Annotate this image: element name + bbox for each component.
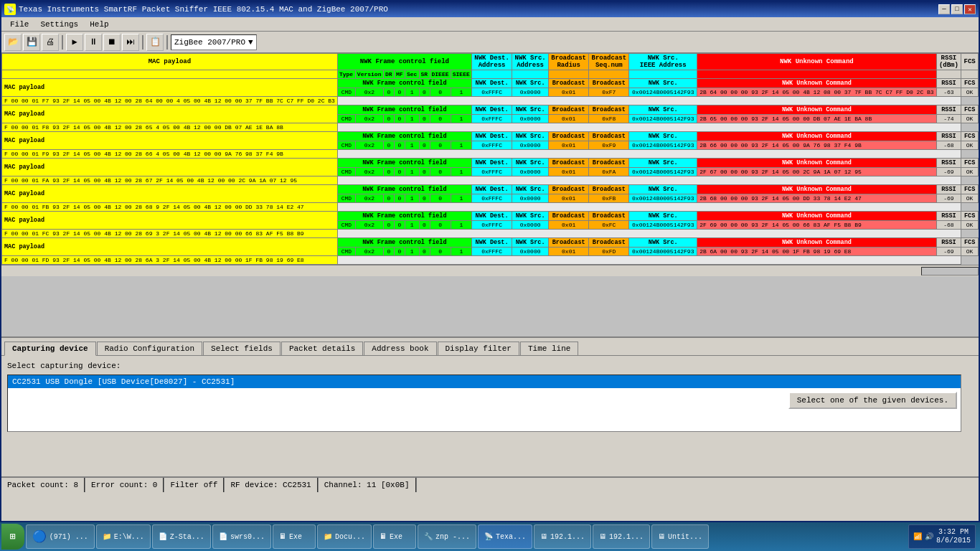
pdf-icon-2: 📄 bbox=[219, 532, 227, 541]
taskbar-exe2[interactable]: 🖩 Exe bbox=[373, 524, 416, 549]
taskbar-znp[interactable]: 🔧 znp -... bbox=[418, 524, 476, 549]
taskbar-chrome[interactable]: 🔵 (971) ... bbox=[26, 524, 95, 549]
nwk-col-type: Type bbox=[337, 70, 355, 79]
tab-display-filter[interactable]: Display filter bbox=[438, 342, 519, 356]
select-device-hint: Select one of the given devices. bbox=[788, 392, 957, 409]
docs-label: Docu... bbox=[335, 533, 365, 541]
window-title: Texas Instruments SmartRF Packet Sniffer… bbox=[19, 5, 388, 14]
separator-2 bbox=[142, 35, 143, 50]
table-row[interactable]: MAC payloadNWK Frame control fieldNWK De… bbox=[2, 159, 979, 168]
taskbar-exe1[interactable]: 🖩 Exe bbox=[273, 524, 316, 549]
col-src: NWK Src.Address bbox=[512, 54, 549, 70]
clock-display: 3:32 PM8/6/2015 bbox=[936, 528, 971, 545]
table-row[interactable]: MAC payloadNWK Frame control fieldNWK De… bbox=[2, 132, 979, 141]
play-button[interactable]: ▶ bbox=[66, 34, 83, 51]
open-button[interactable]: 📂 bbox=[4, 34, 22, 51]
taskbar-192-1[interactable]: 🖥 192.1... bbox=[534, 524, 591, 549]
taskbar-zsta[interactable]: 📄 Z-Sta... bbox=[152, 524, 211, 549]
table-row-data[interactable]: F 00 00 01 F9 93 2F 14 05 00 4B 12 00 28… bbox=[2, 150, 979, 159]
start-button[interactable]: ⊞ bbox=[1, 524, 24, 550]
menu-settings[interactable]: Settings bbox=[34, 19, 84, 30]
table-row[interactable]: MAC payloadNWK Frame control fieldNWK De… bbox=[2, 238, 979, 248]
znp-label: znp -... bbox=[435, 533, 470, 541]
col-nwk: NWK Frame control field bbox=[337, 54, 471, 70]
nwk-col-version: Version bbox=[355, 70, 383, 79]
filter-status: Filter off bbox=[164, 478, 225, 492]
taskbar-right: 📶 🔊 3:32 PM8/6/2015 bbox=[908, 524, 979, 549]
save-button[interactable]: 💾 bbox=[23, 34, 40, 51]
nwk-col-sieee: SIEEE bbox=[451, 70, 471, 79]
separator-3 bbox=[166, 35, 168, 50]
windows-icon: ⊞ bbox=[10, 531, 16, 542]
tab-packet-details[interactable]: Packet details bbox=[281, 342, 363, 356]
taskbar-192-2[interactable]: 🖥 192.1... bbox=[593, 524, 650, 549]
table-row[interactable]: MAC payloadNWK Frame control fieldNWK De… bbox=[2, 212, 979, 221]
nwk-col-dr: DR bbox=[383, 70, 394, 79]
menubar: File Settings Help bbox=[1, 17, 979, 32]
pause-button[interactable]: ⏸ bbox=[85, 34, 102, 51]
separator-1 bbox=[62, 35, 63, 50]
protocol-dropdown[interactable]: ZigBee 2007/PRO ▼ bbox=[171, 34, 257, 50]
table-row-data[interactable]: F 00 00 01 FC 93 2F 14 05 00 4B 12 00 28… bbox=[2, 230, 979, 238]
exe2-label: Exe bbox=[390, 533, 402, 541]
nwk-col-dieee: DIEEE bbox=[430, 70, 451, 79]
menu-file[interactable]: File bbox=[4, 19, 34, 30]
explorer1-label: E:\W... bbox=[114, 533, 144, 541]
dropdown-arrow-icon: ▼ bbox=[248, 38, 253, 47]
taskbar-swrs[interactable]: 📄 swrs0... bbox=[212, 524, 271, 549]
zsta-label: Z-Sta... bbox=[170, 533, 204, 541]
maximize-button[interactable]: □ bbox=[951, 4, 963, 14]
tab-address-book[interactable]: Address book bbox=[364, 342, 436, 356]
tab-radio-config[interactable]: Radio Configuration bbox=[97, 342, 202, 356]
taskbar-untitled[interactable]: 🖥 Untit... bbox=[651, 524, 709, 549]
print-button[interactable]: 🖨 bbox=[42, 34, 59, 51]
col-ieee: NWK Src.IEEE Address bbox=[629, 54, 697, 70]
stop-button[interactable]: ⏹ bbox=[103, 34, 121, 51]
tab-bar: Capturing device Radio Configuration Sel… bbox=[1, 338, 979, 355]
app-icon: 📡 bbox=[4, 4, 16, 15]
table-row[interactable]: MAC payloadNWK Frame control fieldNWK De… bbox=[2, 185, 979, 194]
nwk-col-mf: MF bbox=[394, 70, 405, 79]
menu-help[interactable]: Help bbox=[84, 19, 114, 30]
table-row[interactable]: MAC payloadNWK Frame control fieldNWK De… bbox=[2, 79, 979, 88]
step-button[interactable]: ⏭ bbox=[122, 34, 139, 51]
minimize-button[interactable]: — bbox=[938, 4, 950, 14]
pdf-icon-1: 📄 bbox=[159, 532, 167, 541]
packet-count: Packet count: 8 bbox=[1, 478, 85, 492]
tab-capturing-device[interactable]: Capturing device bbox=[4, 342, 96, 356]
packet-area[interactable]: MAC payload NWK Frame control field NWK … bbox=[1, 53, 979, 336]
col-bcast-s: BroadcastSeq.num bbox=[589, 54, 629, 70]
col-dest: NWK Dest.Address bbox=[471, 54, 512, 70]
table-row-data[interactable]: F 00 00 01 F7 93 2F 14 05 00 4B 12 00 28… bbox=[2, 97, 979, 105]
texas-label: Texa... bbox=[496, 533, 526, 541]
col-unknown: NWK Unknown Command bbox=[697, 54, 936, 70]
device-item[interactable]: CC2531 USB Dongle [USB Device[De8027] - … bbox=[8, 375, 961, 388]
table-row-data[interactable]: F 00 00 01 FA 93 2F 14 05 00 4B 12 00 28… bbox=[2, 176, 979, 185]
mark-button[interactable]: 📋 bbox=[146, 34, 164, 51]
taskbar-texas[interactable]: 📡 Texa... bbox=[478, 524, 532, 549]
table-row-data[interactable]: F 00 00 01 F8 93 2F 14 05 00 4B 12 00 28… bbox=[2, 123, 979, 132]
taskbar: ⊞ 🔵 (971) ... 📁 E:\W... 📄 Z-Sta... 📄 swr… bbox=[0, 522, 980, 551]
192-2-label: 192.1... bbox=[609, 533, 644, 541]
tab-select-fields[interactable]: Select fields bbox=[203, 342, 281, 356]
taskbar-docs[interactable]: 📁 Docu... bbox=[317, 524, 372, 549]
nwk-col-sec: Sec bbox=[405, 70, 419, 79]
table-row-data[interactable]: F 00 00 01 FD 93 2F 14 05 00 4B 12 00 28… bbox=[2, 256, 979, 265]
bottom-panel: Capturing device Radio Configuration Sel… bbox=[1, 336, 979, 466]
192-1-label: 192.1... bbox=[550, 533, 585, 541]
untitled-label: Untit... bbox=[668, 533, 702, 541]
taskbar-explorer1[interactable]: 📁 E:\W... bbox=[96, 524, 151, 549]
volume-icon: 🔊 bbox=[925, 532, 933, 541]
close-button[interactable]: ✕ bbox=[964, 4, 976, 14]
swrs-label: swrs0... bbox=[230, 533, 265, 541]
calc-icon-1: 🖩 bbox=[279, 532, 286, 541]
tab-time-line[interactable]: Time line bbox=[520, 342, 578, 356]
protocol-label: ZigBee 2007/PRO bbox=[174, 38, 245, 47]
network-icon: 📶 bbox=[913, 532, 922, 541]
hscroll[interactable] bbox=[1, 265, 979, 276]
rf-device: RF device: CC2531 bbox=[225, 478, 318, 492]
col-fcs: FCS bbox=[961, 54, 979, 70]
titlebar: 📡 Texas Instruments SmartRF Packet Sniff… bbox=[1, 1, 979, 17]
table-row[interactable]: MAC payloadNWK Frame control fieldNWK De… bbox=[2, 105, 979, 115]
table-row-data[interactable]: F 00 00 01 FB 93 2F 14 05 00 4B 12 00 28… bbox=[2, 203, 979, 212]
